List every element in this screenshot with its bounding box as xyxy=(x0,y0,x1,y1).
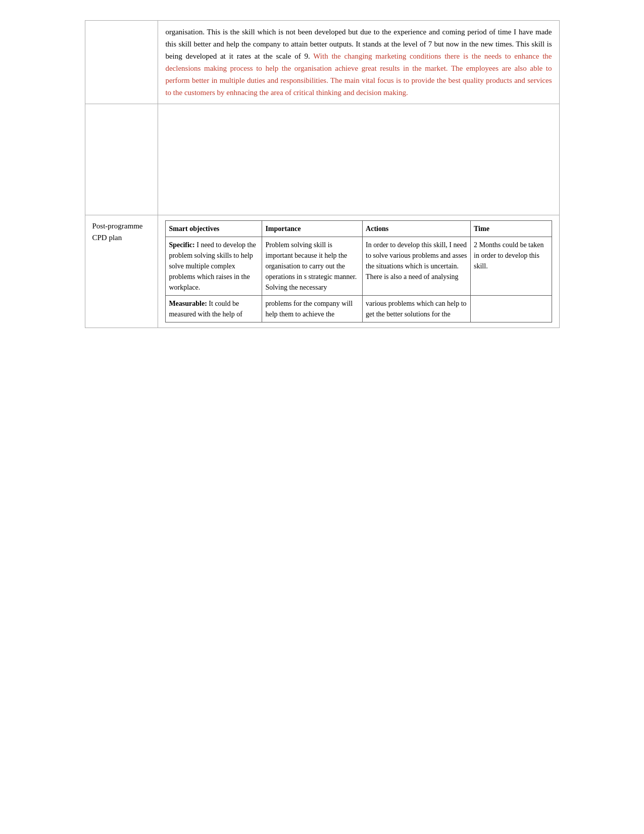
top-left-cell xyxy=(85,21,158,104)
outer-table: organisation. This is the skill which is… xyxy=(85,20,560,328)
top-paragraph: organisation. This is the skill which is… xyxy=(165,26,552,99)
cpd-data-row-1: Specific: I need to develop the problem … xyxy=(166,237,552,296)
top-row: organisation. This is the skill which is… xyxy=(85,21,559,104)
spacer-row xyxy=(85,104,559,215)
importance-text-2: problems for the company will help them … xyxy=(265,300,353,318)
cpd-col3-row2: various problems which can help to get t… xyxy=(363,296,471,322)
actions-text-2: various problems which can help to get t… xyxy=(366,300,466,318)
spacer-right xyxy=(158,104,559,215)
header-importance: Importance xyxy=(262,221,363,237)
cpd-col3-row1: In order to develop this skill, I need t… xyxy=(363,237,471,296)
post-label-text: Post-programme CPD plan xyxy=(92,222,143,242)
specific-bold: Specific: xyxy=(169,241,194,249)
cpd-col4-row2 xyxy=(471,296,552,322)
post-row: Post-programme CPD plan Smart objectives… xyxy=(85,215,559,328)
post-right-cell: Smart objectives Importance Actions Time… xyxy=(158,215,559,328)
cpd-table: Smart objectives Importance Actions Time… xyxy=(165,220,552,322)
cpd-col1-row1: Specific: I need to develop the problem … xyxy=(166,237,262,296)
header-actions: Actions xyxy=(363,221,471,237)
cpd-col1-row2: Measurable: It could be measured with th… xyxy=(166,296,262,322)
page: organisation. This is the skill which is… xyxy=(0,0,644,834)
header-time: Time xyxy=(471,221,552,237)
spacer-left xyxy=(85,104,158,215)
cpd-data-row-2: Measurable: It could be measured with th… xyxy=(166,296,552,322)
actions-text-1: In order to develop this skill, I need t… xyxy=(366,241,467,281)
time-text-1: 2 Months could be taken in order to deve… xyxy=(474,241,543,270)
cpd-header-row: Smart objectives Importance Actions Time xyxy=(166,221,552,237)
top-right-cell: organisation. This is the skill which is… xyxy=(158,21,559,104)
measurable-bold: Measurable: xyxy=(169,300,207,307)
importance-text-1: Problem solving skill is important becau… xyxy=(265,241,357,291)
cpd-col4-row1: 2 Months could be taken in order to deve… xyxy=(471,237,552,296)
post-left-cell: Post-programme CPD plan xyxy=(85,215,158,328)
cpd-col2-row1: Problem solving skill is important becau… xyxy=(262,237,363,296)
cpd-col2-row2: problems for the company will help them … xyxy=(262,296,363,322)
header-smart: Smart objectives xyxy=(166,221,262,237)
